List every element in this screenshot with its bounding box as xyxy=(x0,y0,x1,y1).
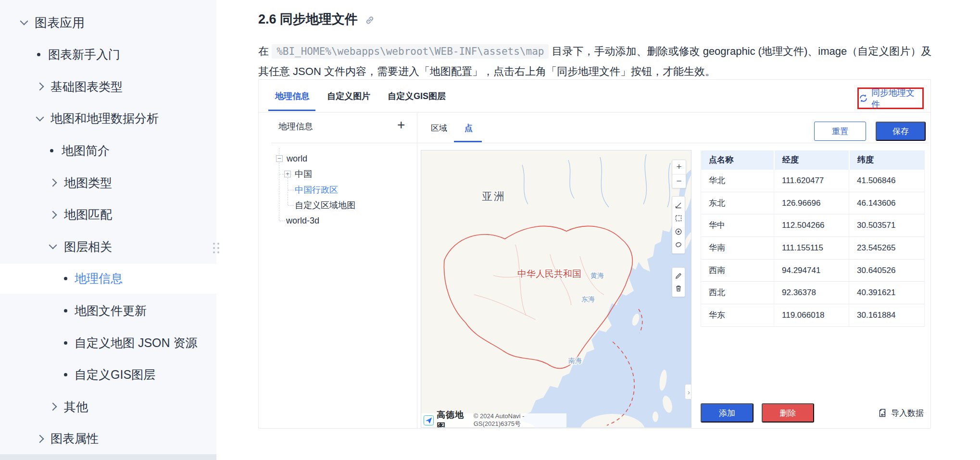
measure-tool-icon[interactable] xyxy=(674,201,683,210)
table-row[interactable]: 西北 92.36378 40.391621 xyxy=(701,282,924,304)
tree-node[interactable]: world-3d xyxy=(286,214,319,227)
sidebar-item-label: 图表应用 xyxy=(35,14,85,31)
table-row[interactable]: 西南 94.294741 30.640526 xyxy=(701,260,924,282)
table-row[interactable]: 东北 126.96696 46.143606 xyxy=(701,192,924,215)
tab-custom-image[interactable]: 自定义图片 xyxy=(327,90,370,102)
chevron-down-icon[interactable] xyxy=(36,113,44,121)
chevron-down-icon[interactable] xyxy=(49,241,57,249)
tree-node-label: 中国行政区 xyxy=(295,184,338,196)
cell-point-name: 华中 xyxy=(701,214,774,236)
cell-point-name: 华东 xyxy=(701,304,774,326)
panel-divider xyxy=(417,112,417,429)
sidebar-item[interactable]: 自定义GIS图层 xyxy=(0,360,216,390)
sidebar-item-label: 地图文件更新 xyxy=(75,303,147,319)
sync-refresh-icon[interactable] xyxy=(859,94,868,103)
cell-longitude: 112.504266 xyxy=(774,214,849,236)
map-label-continent: 亚洲 xyxy=(482,190,506,202)
sidebar-item-label: 地图和地理数据分析 xyxy=(50,111,159,126)
sidebar-resize-handle[interactable] xyxy=(213,243,219,263)
sidebar-item[interactable]: 地理信息 xyxy=(0,264,216,294)
reset-button[interactable]: 重置 xyxy=(814,122,866,141)
page-title-text: 2.6 同步地理文件 xyxy=(258,11,358,28)
cell-longitude: 111.620477 xyxy=(774,170,849,192)
tree-guide xyxy=(279,162,279,221)
rectangle-tool-icon[interactable] xyxy=(674,214,683,223)
amap-logo-text: 高德地图 xyxy=(437,409,471,428)
save-button[interactable]: 保存 xyxy=(876,122,926,141)
sidebar-item[interactable]: 基础图表类型 xyxy=(0,72,216,101)
sidebar-item[interactable]: 地图简介 xyxy=(0,136,216,165)
sidebar-item[interactable]: 地图类型 xyxy=(0,168,216,198)
sidebar-item[interactable]: 图层相关 xyxy=(0,232,216,261)
bullet-icon xyxy=(50,149,53,152)
anchor-link-icon[interactable] xyxy=(364,15,375,25)
tree-node[interactable]: 自定义区域地图 xyxy=(295,199,355,211)
chevron-right-icon[interactable] xyxy=(49,179,57,187)
table-row[interactable]: 华南 111.155115 23.545265 xyxy=(701,237,924,260)
table-row[interactable]: 华中 112.504266 30.503571 xyxy=(701,214,924,237)
tree-node[interactable]: 中国行政区 xyxy=(295,184,338,196)
subtab-point[interactable]: 点 xyxy=(465,123,473,134)
add-node-button[interactable]: + xyxy=(397,117,405,133)
cell-latitude: 30.503571 xyxy=(849,214,924,236)
table-row[interactable]: 华东 119.066018 30.161884 xyxy=(701,304,924,327)
map-label-country: 中华人民共和国 xyxy=(517,269,581,279)
collapse-node-icon[interactable]: − xyxy=(276,155,283,162)
sidebar-item[interactable]: 图表应用 xyxy=(0,8,216,37)
cell-point-name: 华南 xyxy=(701,237,774,259)
map-label-east-sea: 东海 xyxy=(581,295,595,303)
subtab-region[interactable]: 区域 xyxy=(431,123,447,134)
map-canvas[interactable]: 亚洲 中华人民共和国 黄海 东海 南海 + − xyxy=(421,150,691,428)
zoom-out-button[interactable]: − xyxy=(672,174,686,188)
chevron-right-icon[interactable] xyxy=(36,435,44,443)
tree-guide xyxy=(279,174,284,174)
tree-panel-title: 地理信息 xyxy=(278,121,313,132)
sidebar-item[interactable]: 地图匹配 xyxy=(0,200,216,230)
tab-geographic-info[interactable]: 地理信息 xyxy=(275,90,310,102)
delete-button[interactable]: 删除 xyxy=(762,403,814,423)
sidebar-item-label: 图表新手入门 xyxy=(48,47,120,62)
sidebar-item[interactable]: 图表属性 xyxy=(0,424,216,454)
circle-tool-icon[interactable] xyxy=(674,227,683,236)
map-config-dialog: 地理信息 自定义图片 自定义GIS图层 同步地理文件 地理信息 + xyxy=(258,79,931,429)
cell-point-name: 西北 xyxy=(701,282,774,304)
dialog-tabs: 地理信息 自定义图片 自定义GIS图层 xyxy=(275,80,446,112)
tree-node-label: 中国 xyxy=(295,168,312,180)
map-attribution: 高德地图 © 2024 AutoNavi - GS(2021)6375号 xyxy=(421,413,566,427)
import-data-button[interactable]: 导入数据 xyxy=(878,403,924,423)
add-button[interactable]: 添加 xyxy=(701,403,754,423)
sidebar-item[interactable]: 自定义地图 JSON 资源 xyxy=(0,328,216,358)
bullet-icon xyxy=(64,373,67,376)
expand-node-icon[interactable]: + xyxy=(284,171,291,177)
tab-custom-gis-layer[interactable]: 自定义GIS图层 xyxy=(388,90,446,102)
chevron-right-icon[interactable] xyxy=(36,83,44,91)
edit-pencil-icon[interactable] xyxy=(674,272,683,280)
sidebar-item[interactable]: 图表新手入门 xyxy=(0,40,216,70)
sidebar-item[interactable]: 地图和地理数据分析 xyxy=(0,104,216,134)
sidebar-item[interactable]: 地图文件更新 xyxy=(0,296,216,325)
bullet-icon xyxy=(64,309,67,312)
sidebar-nav: 图表应用 图表新手入门 基础图表类型 地图和地理数据分析 地图简介 地图类型 地… xyxy=(0,0,216,460)
tree-node[interactable]: world xyxy=(287,152,307,165)
panel-expand-arrow[interactable]: › xyxy=(685,384,691,399)
map-graphic: 亚洲 中华人民共和国 黄海 东海 南海 xyxy=(421,150,691,427)
intro-paragraph: 在 %BI_HOME%\webapps\webroot\WEB-INF\asse… xyxy=(258,41,932,82)
chevron-right-icon[interactable] xyxy=(49,403,57,411)
sidebar-item-label: 自定义GIS图层 xyxy=(75,367,155,383)
lasso-tool-icon[interactable] xyxy=(674,240,683,249)
sidebar-item-label: 其他 xyxy=(64,399,88,415)
sidebar-item[interactable]: 其他 xyxy=(0,392,216,422)
zoom-in-button[interactable]: + xyxy=(672,160,686,174)
table-row[interactable]: 华北 111.620477 41.506846 xyxy=(701,170,924,192)
cell-longitude: 94.294741 xyxy=(774,260,849,282)
trash-icon[interactable] xyxy=(674,284,683,293)
inline-code-path: %BI_HOME%\webapps\webroot\WEB-INF\assets… xyxy=(272,44,549,59)
active-tab-underline xyxy=(268,110,315,111)
tree-node-label: 自定义区域地图 xyxy=(295,199,355,211)
chevron-down-icon[interactable] xyxy=(20,17,28,25)
cell-latitude: 23.545265 xyxy=(849,237,924,259)
tree-node[interactable]: 中国 xyxy=(295,168,312,180)
tree-guide xyxy=(288,178,288,205)
sync-geo-files-button[interactable]: 同步地理文件 xyxy=(871,87,922,110)
chevron-right-icon[interactable] xyxy=(49,211,57,219)
